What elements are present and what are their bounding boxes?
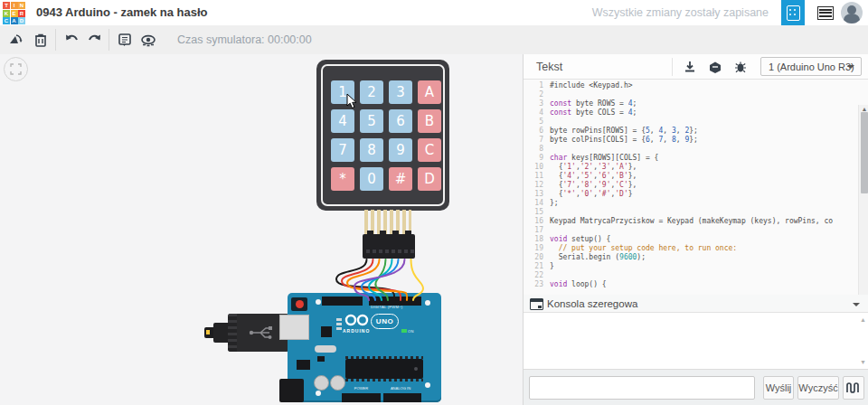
vertical-scroll-thumb[interactable] xyxy=(861,112,868,193)
console-scroll-up-icon[interactable]: ▲ xyxy=(860,316,866,323)
vertical-scrollbar[interactable]: ▲ ▼ xyxy=(858,105,868,295)
code-line: 15 xyxy=(524,208,868,217)
code-line: 20 Serial.begin (9600); xyxy=(524,253,868,262)
collapse-caret-icon[interactable] xyxy=(853,303,860,306)
delete-icon[interactable] xyxy=(33,32,49,48)
code-lines: 1#include <Keypad.h>23const byte ROWS = … xyxy=(524,80,868,289)
library-icon[interactable] xyxy=(708,60,722,74)
circuits-view-button[interactable] xyxy=(781,0,805,25)
code-line: 21} xyxy=(524,262,868,271)
list-view-icon[interactable] xyxy=(817,6,834,20)
code-line: 8 xyxy=(524,145,868,154)
notes-icon[interactable] xyxy=(117,32,133,48)
title-bar: TINKERCAD 0943 Arduino - zamek na hasło … xyxy=(0,0,868,26)
avatar[interactable] xyxy=(841,2,863,24)
serial-input[interactable] xyxy=(529,376,755,400)
debug-icon[interactable] xyxy=(733,60,748,74)
console-icon xyxy=(530,298,543,310)
code-line: 9char keys[ROWS][COLS] = { xyxy=(524,154,868,163)
wire[interactable] xyxy=(411,259,424,300)
code-line: 23void loop() { xyxy=(524,280,868,289)
redo-icon[interactable] xyxy=(87,32,103,48)
rotate-icon[interactable] xyxy=(7,32,24,48)
code-line: 6byte rowPins[ROWS] = {5, 4, 3, 2}; xyxy=(524,127,868,136)
code-line: 11 {'4','5','6','B'}, xyxy=(524,172,868,181)
editor-mode-dropdown[interactable]: Tekst xyxy=(536,61,562,73)
logo-cell: N xyxy=(18,2,25,9)
code-line: 19 // put your setup code here, to run o… xyxy=(524,244,868,253)
simulator-time: Czas symulatora: 00:00:00 xyxy=(177,33,312,46)
tinkercad-circuits-app: TINKERCAD 0943 Arduino - zamek na hasło … xyxy=(0,0,868,405)
mouse-cursor xyxy=(346,93,359,109)
code-line: 17 xyxy=(524,226,868,235)
code-line: 5 xyxy=(524,118,868,127)
logo-cell: T xyxy=(3,2,10,9)
code-panel: Tekst 1 (Arduino Uno R3) 1#include <Keyp… xyxy=(523,54,868,405)
code-line: 7byte colPins[COLS] = {6, 7, 8, 9}; xyxy=(524,136,868,145)
code-line: 2 xyxy=(524,90,868,99)
logo-cell: I xyxy=(11,2,18,9)
scroll-up-icon[interactable]: ▲ xyxy=(862,106,868,112)
code-line: 18void setup() { xyxy=(524,235,868,244)
code-panel-header: Tekst 1 (Arduino Uno R3) xyxy=(524,54,868,80)
toolbar-divider xyxy=(108,29,109,51)
code-line: 1#include <Keypad.h> xyxy=(524,81,868,90)
code-line: 12 {'7','8','9','C'}, xyxy=(524,181,868,190)
code-line: 4const byte COLS = 4; xyxy=(524,108,868,118)
logo-cell: R xyxy=(18,10,25,17)
logo-cell: A xyxy=(11,17,18,24)
code-editor[interactable]: 1#include <Keypad.h>23const byte ROWS = … xyxy=(524,80,868,295)
header-divider xyxy=(672,58,673,76)
breadboard-icon xyxy=(787,5,800,21)
board-selector-dropdown[interactable]: 1 (Arduino Uno R3) xyxy=(760,57,862,76)
send-button[interactable]: Wyślij xyxy=(763,376,794,400)
clear-button[interactable]: Wyczyść xyxy=(797,376,839,400)
waveform-icon xyxy=(846,381,861,394)
toolbar: Czas symulatora: 00:00:00 </ Kod Zatrzym… xyxy=(0,25,868,55)
code-line: 3const byte ROWS = 4; xyxy=(524,99,868,108)
code-line: 22 xyxy=(524,271,868,280)
circuit-canvas[interactable]: 123A456B789C*0#D DIGITAL (PWM~) xyxy=(0,54,523,405)
code-line: 16Keypad MatrycaPrzyciskow = Keypad (mak… xyxy=(524,217,868,226)
logo-cell: C xyxy=(3,17,10,24)
download-icon[interactable] xyxy=(683,60,697,74)
toolbar-divider xyxy=(55,29,56,51)
tinkercad-logo[interactable]: TINKERCAD xyxy=(3,2,26,24)
console-scroll-down-icon[interactable]: ▼ xyxy=(860,359,866,365)
logo-cell: K xyxy=(3,10,10,17)
serial-console-header[interactable]: Konsola szeregowa xyxy=(524,295,868,313)
graph-toggle-button[interactable] xyxy=(843,376,864,400)
visibility-icon[interactable] xyxy=(140,32,156,48)
document-title[interactable]: 0943 Arduino - zamek na hasło xyxy=(36,5,208,19)
code-line: 10 {'1','2','3','A'}, xyxy=(524,163,868,172)
chevron-down-icon xyxy=(847,65,854,69)
serial-console-output[interactable]: ▲ ▼ xyxy=(524,313,868,369)
logo-cell: D xyxy=(18,17,25,24)
wires-svg xyxy=(0,54,523,405)
save-status: Wszystkie zmiany zostały zapisane xyxy=(592,6,769,19)
logo-cell: E xyxy=(11,10,18,17)
serial-console-title: Konsola szeregowa xyxy=(547,298,637,309)
undo-icon[interactable] xyxy=(63,32,80,48)
code-line: 14}; xyxy=(524,199,868,208)
code-line: 13 {'*','0','#','D'} xyxy=(524,190,868,199)
serial-console-input-row: Wyślij Wyczyść xyxy=(524,369,868,405)
